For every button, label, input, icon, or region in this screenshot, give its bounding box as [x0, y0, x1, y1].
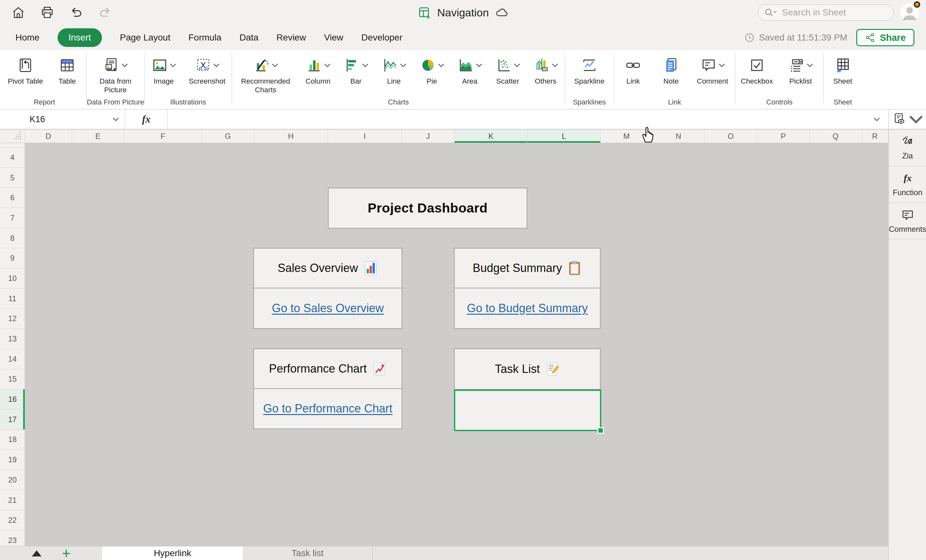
column-header-P[interactable]: P	[757, 130, 809, 143]
column-header-J[interactable]: J	[402, 130, 455, 143]
go-to-budget-summary-link[interactable]: Go to Budget Summary	[467, 301, 588, 315]
avatar[interactable]	[900, 3, 919, 22]
ribbon-button-label: Link	[626, 77, 640, 86]
ribbon-button-data-from-picture[interactable]: Data from Picture	[87, 50, 144, 94]
row-header-18[interactable]: 18	[0, 430, 25, 450]
menu-tab-view[interactable]: View	[324, 32, 343, 43]
column-header-Q[interactable]: Q	[809, 130, 862, 143]
ribbon-button-note[interactable]: Note	[652, 50, 690, 86]
share-button[interactable]: Share	[856, 29, 914, 46]
row-header-12[interactable]: 12	[0, 309, 25, 329]
task-list-card[interactable]: Task List	[454, 348, 601, 390]
column-header-O[interactable]: O	[705, 130, 757, 143]
row-header-16[interactable]: 16	[0, 389, 25, 410]
ribbon-button-sparkline[interactable]: Sparkline	[565, 50, 613, 86]
row-header-5[interactable]: 5	[0, 168, 25, 188]
fill-handle[interactable]	[598, 427, 604, 434]
row-header-6[interactable]: 6	[0, 188, 25, 208]
select-all-corner[interactable]	[0, 130, 25, 143]
column-header-F[interactable]: F	[124, 130, 202, 143]
column-header-E[interactable]: E	[72, 130, 124, 143]
ribbon-button-recommended-charts[interactable]: Recommended Charts	[232, 50, 299, 94]
insert-function-button[interactable]: fx	[126, 114, 167, 125]
row-header-11[interactable]: 11	[0, 289, 25, 309]
row-header-10[interactable]: 10	[0, 268, 25, 289]
ribbon-button-screenshot[interactable]: Screenshot	[183, 50, 232, 86]
row-header-14[interactable]: 14	[0, 349, 25, 369]
formula-input[interactable]	[168, 110, 874, 129]
sheet-list-button[interactable]	[32, 550, 41, 557]
ribbon-button-bar[interactable]: Bar	[337, 50, 375, 94]
row-header-21[interactable]: 21	[0, 490, 25, 510]
row-header-9[interactable]: 9	[0, 248, 25, 268]
menu-tab-home[interactable]: Home	[15, 32, 39, 43]
formula-bar-expand-icon[interactable]	[874, 117, 880, 121]
sales-overview-card[interactable]: Sales Overview Go to Sales Overview	[253, 248, 402, 329]
undo-icon[interactable]	[69, 5, 83, 20]
column-header-R[interactable]: R	[862, 130, 888, 143]
row-header-8[interactable]: 8	[0, 228, 25, 248]
row-header-4[interactable]: 4	[0, 148, 25, 168]
row-header-13[interactable]: 13	[0, 329, 25, 349]
ribbon-button-checkbox[interactable]: Checkbox	[736, 50, 778, 86]
search-box[interactable]	[758, 4, 894, 21]
row-header-17[interactable]: 17	[0, 410, 25, 430]
go-to-performance-chart-link[interactable]: Go to Performance Chart	[263, 402, 392, 415]
row-header-20[interactable]: 20	[0, 470, 25, 490]
sheet-tab-hyperlink[interactable]: Hyperlink	[102, 546, 243, 560]
go-to-sales-overview-link[interactable]: Go to Sales Overview	[272, 301, 384, 315]
row-header-19[interactable]: 19	[0, 450, 25, 470]
sheet-canvas[interactable]: Project Dashboard Sales Overview Go to S…	[25, 143, 888, 546]
add-sheet-button[interactable]: +	[62, 547, 71, 560]
menu-tab-insert[interactable]: Insert	[57, 28, 102, 47]
column-header-N[interactable]: N	[653, 130, 705, 143]
column-header-D[interactable]: D	[25, 130, 72, 143]
budget-summary-card[interactable]: Budget Summary Go to Budget Summary	[454, 248, 601, 329]
menu-tab-page-layout[interactable]: Page Layout	[120, 32, 170, 43]
column-header-K[interactable]: K	[455, 130, 528, 143]
ribbon-button-line[interactable]: Line	[375, 50, 413, 94]
ribbon-button-picklist[interactable]: Picklist	[778, 50, 823, 86]
ribbon-button-image[interactable]: Image	[145, 50, 183, 86]
search-input[interactable]	[782, 8, 882, 18]
ribbon-button-pivot-table[interactable]: Pivot Table	[3, 50, 48, 86]
ribbon-button-scatter[interactable]: Scatter	[489, 50, 527, 94]
chevron-down-icon[interactable]	[112, 117, 119, 121]
column-header-I[interactable]: I	[328, 130, 402, 143]
ribbon-button-comment[interactable]: Comment	[690, 50, 735, 86]
menu-tab-formula[interactable]: Formula	[188, 32, 221, 43]
column-header-H[interactable]: H	[254, 130, 328, 143]
column-header-M[interactable]: M	[601, 130, 653, 143]
sidebar-item-comments[interactable]: Comments	[889, 203, 926, 239]
row-header-15[interactable]: 15	[0, 369, 25, 390]
ribbon-button-link[interactable]: Link	[614, 50, 652, 86]
print-icon[interactable]	[40, 5, 54, 20]
menu-tab-review[interactable]: Review	[277, 32, 306, 43]
row-header-23[interactable]: 23	[0, 530, 25, 546]
side-panel-toggle[interactable]	[888, 110, 926, 130]
sidebar-item-function[interactable]: fxFunction	[889, 166, 926, 203]
redo-icon[interactable]	[98, 5, 112, 20]
ribbon-button-column[interactable]: Column	[299, 50, 337, 94]
ribbon-group-data-from-picture: Data from PictureData From Picture	[87, 50, 144, 109]
performance-chart-card[interactable]: Performance Chart Go to Performance Char…	[253, 348, 402, 429]
sidebar-item-zia[interactable]: Zia	[889, 130, 926, 166]
ribbon-button-others[interactable]: Others	[527, 50, 564, 94]
row-header-partial[interactable]	[0, 143, 25, 148]
menu-tab-developer[interactable]: Developer	[362, 32, 402, 43]
ribbon-button-pie[interactable]: Pie	[413, 50, 451, 94]
selected-cell-K16[interactable]	[454, 390, 601, 431]
name-box[interactable]: K16	[0, 110, 125, 129]
row-header-22[interactable]: 22	[0, 510, 25, 530]
home-icon[interactable]	[11, 5, 26, 20]
row-header-7[interactable]: 7	[0, 208, 25, 228]
ribbon-button-sheet[interactable]: Sheet	[824, 50, 862, 86]
ribbon-button-area[interactable]: Area	[451, 50, 489, 94]
column-header-G[interactable]: G	[202, 130, 254, 143]
document-title[interactable]: Navigation	[437, 6, 489, 19]
sheet-tab-task-list[interactable]: Task list	[243, 546, 373, 560]
dashboard-title-cell[interactable]: Project Dashboard	[328, 188, 527, 229]
column-header-L[interactable]: L	[528, 130, 601, 143]
ribbon-button-table[interactable]: Table	[48, 50, 86, 86]
menu-tab-data[interactable]: Data	[239, 32, 259, 43]
